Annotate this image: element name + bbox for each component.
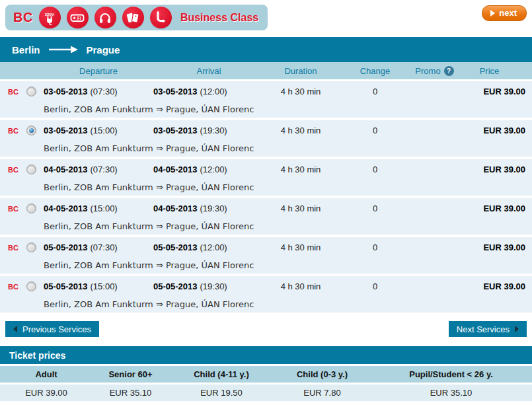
previous-services-label: Previous Services — [22, 324, 91, 334]
movies-icon — [122, 7, 144, 28]
departure-cell: 05-05-2013(15:00) — [44, 281, 153, 291]
column-header-promo: Promo ? — [413, 66, 456, 76]
column-header-duration: Duration — [264, 66, 337, 76]
change-cell: 0 — [337, 203, 413, 213]
departure-time: (15:00) — [91, 281, 118, 291]
service-row: BC 05-05-2013(07:30) 05-05-2013(12:00) 4… — [0, 237, 532, 274]
departure-time: (15:00) — [91, 126, 118, 135]
wifi-icon: Fi — [67, 7, 89, 28]
next-services-button[interactable]: Next Services — [449, 321, 527, 337]
play-right-icon — [490, 10, 495, 17]
promo-help-icon[interactable]: ? — [444, 66, 454, 76]
arrival-date: 05-05-2013 — [153, 242, 198, 252]
duration-cell: 4 h 30 min — [264, 242, 337, 252]
duration-cell: 4 h 30 min — [264, 281, 337, 291]
radio-button[interactable] — [26, 281, 36, 291]
duration-cell: 4 h 30 min — [264, 165, 337, 174]
route-description: Berlin, ZOB Am Funkturm ⇒ Prague, ÚAN Fl… — [44, 299, 532, 309]
booking-page: BC 220V Fi — [0, 0, 532, 405]
change-cell: 0 — [337, 87, 413, 96]
arrival-date: 03-05-2013 — [153, 126, 198, 135]
ticket-prices-header-row: AdultSenior 60+Child (4-11 y.)Child (0-3… — [0, 366, 532, 383]
price-cell: EUR 39.00 — [456, 126, 532, 135]
departure-time: (07:30) — [91, 165, 118, 174]
change-cell: 0 — [337, 126, 413, 135]
departure-time: (15:00) — [91, 203, 118, 213]
departure-cell: 04-05-2013(07:30) — [44, 165, 153, 174]
business-class-label: Business Class — [180, 12, 258, 24]
radio-button[interactable] — [26, 126, 36, 135]
seat-icon — [150, 7, 172, 28]
next-button[interactable]: next — [482, 5, 527, 21]
ticket-prices-value-row: EUR 39.00EUR 35.10EUR 19.50EUR 7.80EUR 3… — [0, 385, 532, 401]
ticket-price-value: EUR 19.50 — [169, 388, 274, 398]
duration-cell: 4 h 30 min — [264, 87, 337, 96]
column-header-change: Change — [337, 66, 413, 76]
previous-services-button[interactable]: Previous Services — [5, 321, 99, 337]
column-header-departure: Departure — [44, 66, 153, 76]
arrival-cell: 05-05-2013(12:00) — [153, 242, 264, 252]
route-to: Prague — [87, 44, 120, 55]
route-description: Berlin, ZOB Am Funkturm ⇒ Prague, ÚAN Fl… — [44, 182, 532, 192]
change-cell: 0 — [337, 242, 413, 252]
service-row: BC 04-05-2013(07:30) 04-05-2013(12:00) 4… — [0, 159, 532, 196]
departure-date: 05-05-2013 — [44, 281, 88, 291]
departure-cell: 03-05-2013(07:30) — [44, 87, 153, 96]
duration-cell: 4 h 30 min — [264, 203, 337, 213]
radio-button[interactable] — [26, 165, 36, 174]
svg-text:220V: 220V — [45, 12, 54, 16]
ticket-category-header: Adult — [0, 369, 93, 379]
arrival-date: 04-05-2013 — [153, 203, 198, 213]
triangle-left-icon — [13, 326, 17, 332]
ticket-price-value: EUR 35.10 — [370, 388, 532, 398]
departure-date: 03-05-2013 — [44, 126, 88, 135]
table-header-row: Departure Arrival Duration Change Promo … — [0, 62, 532, 79]
ticket-category-header: Pupil/Student < 26 y. — [370, 369, 532, 379]
departure-time: (07:30) — [91, 242, 118, 252]
services-list: BC 03-05-2013(07:30) 03-05-2013(12:00) 4… — [0, 81, 532, 313]
ticket-prices-title: Ticket prices — [0, 346, 532, 364]
arrival-date: 05-05-2013 — [153, 281, 198, 291]
arrival-cell: 03-05-2013(19:30) — [153, 126, 264, 135]
departure-cell: 05-05-2013(07:30) — [44, 242, 153, 252]
route-header: Berlin Prague — [0, 37, 532, 62]
radio-button[interactable] — [26, 87, 36, 96]
departure-date: 04-05-2013 — [44, 203, 88, 213]
bc-badge: BC — [0, 88, 26, 96]
headphones-icon — [95, 7, 116, 28]
bc-badge: BC — [0, 166, 26, 174]
ticket-price-value: EUR 7.80 — [274, 388, 370, 398]
arrival-date: 04-05-2013 — [153, 165, 198, 174]
arrival-time: (19:30) — [200, 203, 227, 213]
route-description: Berlin, ZOB Am Funkturm ⇒ Prague, ÚAN Fl… — [44, 143, 532, 153]
arrival-time: (12:00) — [200, 87, 227, 96]
arrival-cell: 04-05-2013(19:30) — [153, 203, 264, 213]
arrival-time: (19:30) — [200, 126, 227, 135]
route-description: Berlin, ZOB Am Funkturm ⇒ Prague, ÚAN Fl… — [44, 260, 532, 270]
radio-button[interactable] — [26, 242, 36, 252]
departure-date: 03-05-2013 — [44, 87, 88, 96]
departure-date: 04-05-2013 — [44, 165, 88, 174]
next-button-label: next — [499, 8, 517, 18]
arrival-time: (12:00) — [200, 165, 227, 174]
column-header-price: Price — [456, 66, 532, 76]
pager: Previous Services Next Services — [0, 315, 532, 337]
change-cell: 0 — [337, 165, 413, 174]
departure-time: (07:30) — [91, 87, 118, 96]
route-description: Berlin, ZOB Am Funkturm ⇒ Prague, ÚAN Fl… — [44, 104, 532, 114]
bc-badge: BC — [0, 205, 26, 213]
route-from: Berlin — [12, 44, 40, 55]
departure-cell: 03-05-2013(15:00) — [44, 126, 153, 135]
arrow-right-icon — [48, 46, 79, 54]
radio-button[interactable] — [26, 203, 36, 213]
promo-header-label: Promo — [415, 66, 440, 76]
arrival-time: (19:30) — [200, 281, 227, 291]
price-cell: EUR 39.00 — [456, 165, 532, 174]
ticket-category-header: Senior 60+ — [93, 369, 169, 379]
route-description: Berlin, ZOB Am Funkturm ⇒ Prague, ÚAN Fl… — [44, 221, 532, 231]
top-bar: BC 220V Fi — [0, 0, 532, 37]
price-cell: EUR 39.00 — [456, 203, 532, 213]
arrival-time: (12:00) — [200, 242, 227, 252]
bc-badge: BC — [0, 127, 26, 135]
service-row: BC 05-05-2013(15:00) 05-05-2013(19:30) 4… — [0, 276, 532, 313]
